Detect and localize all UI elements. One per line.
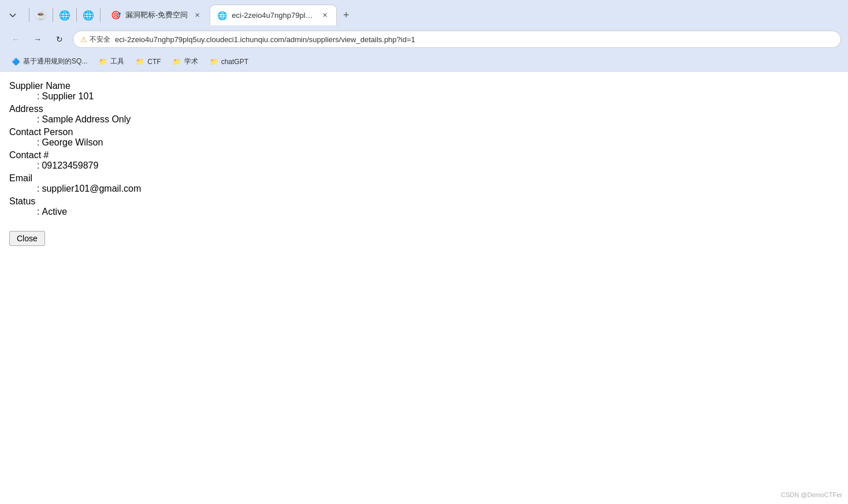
footer-watermark: CSDN @DemoCTFer [781,491,842,498]
tab-2-title: eci-2zeio4u7nghp79plq5uy.c... [232,11,315,20]
email-label: Email [9,173,839,184]
contact-number-value: 09123459879 [42,160,98,171]
bookmark-label-1: 基于通用规则的SQ... [23,57,87,66]
status-row: Status : Active [9,196,839,217]
security-label: 不安全 [90,35,110,44]
close-button[interactable]: Close [9,231,45,246]
supplier-name-label: Supplier Name [9,81,839,91]
tab-2-favicon: 🌐 [217,11,227,20]
forward-button[interactable]: → [29,31,46,48]
expand-button[interactable] [5,7,21,23]
email-value-row: : supplier101@gmail.com [9,184,839,194]
bookmark-label-3: CTF [147,58,161,66]
bookmark-item-1[interactable]: 🔷 基于通用规则的SQ... [7,55,92,68]
address-value-row: : Sample Address Only [9,114,839,125]
security-warning: ⚠ 不安全 [80,35,110,44]
supplier-name-value: Supplier 101 [42,91,94,102]
bookmark-icon-4: 📁 [173,58,181,66]
bookmark-icon-2: 📁 [99,58,107,66]
bookmark-item-4[interactable]: 📁 学术 [168,55,203,68]
bookmark-item-5[interactable]: 📁 chatGPT [205,56,253,68]
contact-number-value-row: : 09123459879 [9,160,839,171]
contact-person-colon: : [37,137,39,148]
status-value-row: : Active [9,207,839,217]
address-bar[interactable]: ⚠ 不安全 eci-2zeio4u7nghp79plq5uy.cloudeci1… [73,31,841,48]
new-tab-button[interactable]: + [338,7,354,23]
refresh-button[interactable]: ↻ [51,31,68,48]
browser-controls-left [5,7,21,23]
back-button[interactable]: ← [7,31,24,48]
bookmark-item-2[interactable]: 📁 工具 [94,55,129,68]
tab-divider-2 [53,8,53,22]
tab-favicon-1[interactable]: ☕ [33,7,49,23]
tab-1[interactable]: 🎯 漏洞靶标-免费空间 ✕ [104,5,209,25]
supplier-name-value-row: : Supplier 101 [9,91,839,102]
address-row: Address : Sample Address Only [9,104,839,125]
status-colon: : [37,207,39,217]
bookmark-label-4: 学术 [184,57,198,66]
page-content: Supplier Name : Supplier 101 Address : S… [0,72,848,504]
bookmarks-bar: 🔷 基于通用规则的SQ... 📁 工具 📁 CTF 📁 学术 📁 chatGPT [0,52,848,72]
address-label: Address [9,104,839,114]
tab-1-favicon: 🎯 [111,10,121,20]
contact-person-value: George Wilson [42,137,103,148]
supplier-name-row: Supplier Name : Supplier 101 [9,81,839,102]
bookmark-label-5: chatGPT [221,58,248,66]
supplier-name-colon: : [37,91,39,102]
tab-divider-4 [100,8,101,22]
tab-divider-3 [76,8,77,22]
contact-number-row: Contact # : 09123459879 [9,150,839,171]
tab-1-title: 漏洞靶标-免费空间 [125,10,188,20]
bookmark-icon-3: 📁 [136,58,144,66]
contact-number-colon: : [37,160,39,171]
address-bar-row: ← → ↻ ⚠ 不安全 eci-2zeio4u7nghp79plq5uy.clo… [0,27,848,52]
email-colon: : [37,184,39,194]
tab-bar: ☕ 🌐 🌐 🎯 漏洞靶标-免费空间 ✕ 🌐 eci-2zeio4u7nghp79… [0,0,848,27]
contact-person-label: Contact Person [9,127,839,137]
tab-2[interactable]: 🌐 eci-2zeio4u7nghp79plq5uy.c... ✕ [210,5,337,25]
url-text: eci-2zeio4u7nghp79plq5uy.cloudeci1.ichun… [115,35,415,44]
tab-divider-1 [29,8,29,22]
email-row: Email : supplier101@gmail.com [9,173,839,194]
contact-person-row: Contact Person : George Wilson [9,127,839,148]
address-value: Sample Address Only [42,114,131,125]
browser-chrome: ☕ 🌐 🌐 🎯 漏洞靶标-免费空间 ✕ 🌐 eci-2zeio4u7nghp79… [0,0,848,72]
warning-icon: ⚠ [80,35,87,44]
tab-favicon-3[interactable]: 🌐 [80,7,96,23]
email-value: supplier101@gmail.com [42,184,141,194]
bookmark-icon-1: 🔷 [12,58,20,66]
bookmark-icon-5: 📁 [210,58,218,66]
status-label: Status [9,196,839,207]
contact-number-label: Contact # [9,150,839,160]
address-colon: : [37,114,39,125]
contact-person-value-row: : George Wilson [9,137,839,148]
tab-1-close[interactable]: ✕ [192,10,202,20]
status-value: Active [42,207,67,217]
bookmark-label-2: 工具 [110,57,124,66]
bookmark-item-3[interactable]: 📁 CTF [131,56,165,68]
tab-2-close[interactable]: ✕ [320,11,329,20]
tab-favicon-2[interactable]: 🌐 [57,7,73,23]
